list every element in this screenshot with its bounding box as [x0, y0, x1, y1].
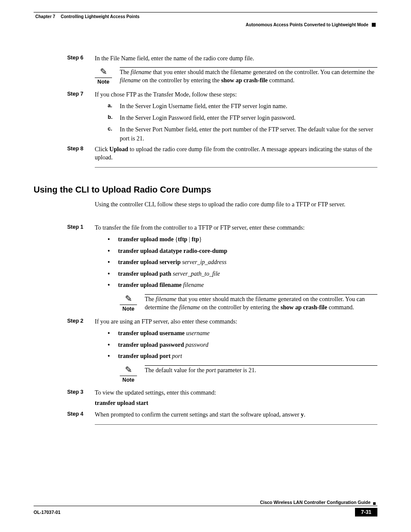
step-text: If you chose FTP as the Transfer Mode, f… [95, 91, 377, 99]
list-item: •transfer upload datatype radio-core-dum… [108, 246, 377, 256]
list-item: •transfer upload mode {tftp | ftp} [108, 235, 377, 244]
step-label: Step 1 [34, 224, 95, 230]
substep-b: b.In the Server Login Password field, en… [108, 113, 377, 122]
step-label: Step 8 [34, 146, 95, 152]
note-step2: ✎ Note The default value for the port pa… [120, 365, 377, 383]
step-8: Step 8 Click Upload to upload the radio … [34, 146, 377, 162]
b-step-3: Step 3 To view the updated settings, ent… [34, 389, 377, 397]
chapter-title: Controlling Lightweight Access Points [61, 14, 140, 19]
note-text: The filename that you enter should match… [120, 67, 377, 85]
step-label: Step 7 [34, 91, 95, 97]
list-item: •transfer upload password password [108, 340, 377, 350]
step-6: Step 6 In the File Name field, enter the… [34, 55, 377, 63]
substep-c: c.In the Server Port Number field, enter… [108, 125, 377, 143]
b-step-4: Step 4 When prompted to confirm the curr… [34, 411, 377, 419]
footer-guide-title: Cisco Wireless LAN Controller Configurat… [260, 500, 371, 505]
footer-doc-id: OL-17037-01 [34, 510, 60, 515]
note-step6: ✎ Note The filename that you enter shoul… [95, 67, 377, 85]
step-label: Step 2 [34, 318, 95, 324]
step-text: To transfer the file from the controller… [95, 224, 377, 232]
list-item: •transfer upload filename filename [108, 280, 377, 290]
page: Chapter 7 Controlling Lightweight Access… [0, 0, 411, 425]
step-text: To view the updated settings, enter this… [95, 389, 377, 397]
page-footer: Cisco Wireless LAN Controller Configurat… [34, 500, 377, 516]
note-icon: ✎ [125, 365, 132, 374]
breadcrumb: Autonomous Access Points Converted to Li… [246, 22, 368, 27]
note-label: Note [122, 376, 134, 383]
step-label: Step 4 [34, 411, 95, 417]
page-number: 7-31 [355, 508, 377, 516]
step-label: Step 6 [34, 55, 95, 61]
step-text: If you are using an FTP server, also ent… [95, 318, 377, 326]
list-item: •transfer upload serverip server_ip_addr… [108, 258, 377, 267]
step-text: In the File Name field, enter the name o… [95, 55, 377, 63]
note-label: Note [122, 305, 134, 312]
note-text: The filename that you enter should match… [145, 294, 377, 312]
note-icon: ✎ [100, 67, 107, 76]
step-7: Step 7 If you chose FTP as the Transfer … [34, 91, 377, 99]
header-square-icon [372, 23, 376, 27]
note-step1: ✎ Note The filename that you enter shoul… [120, 294, 377, 312]
page-header: Chapter 7 Controlling Lightweight Access… [34, 12, 377, 29]
list-item: •transfer upload path server_path_to_fil… [108, 269, 377, 279]
b-step-1: Step 1 To transfer the file from the con… [34, 224, 377, 232]
content-body: Step 6 In the File Name field, enter the… [34, 29, 377, 425]
section-divider [95, 167, 377, 168]
step-text: Click Upload to upload the radio core du… [95, 146, 377, 162]
section-divider [95, 424, 377, 425]
section-title: Using the CLI to Upload Radio Core Dumps [34, 185, 377, 195]
chapter-label: Chapter 7 [35, 14, 55, 19]
list-item: •transfer upload username username [108, 329, 377, 338]
list-item: •transfer upload port port [108, 352, 377, 361]
substep-a: a.In the Server Login Username field, en… [108, 102, 377, 111]
step-label: Step 3 [34, 389, 95, 395]
note-text: The default value for the port parameter… [145, 365, 377, 375]
section-intro: Using the controller CLI, follow these s… [95, 201, 377, 209]
chapter-header: Chapter 7 Controlling Lightweight Access… [34, 14, 377, 20]
step-text: When prompted to confirm the current set… [95, 411, 377, 419]
step-7-substeps: a.In the Server Login Username field, en… [108, 102, 377, 143]
b-step-2: Step 2 If you are using an FTP server, a… [34, 318, 377, 326]
footer-square-icon [373, 502, 376, 505]
note-icon: ✎ [125, 294, 132, 303]
step2-commands: •transfer upload username username •tran… [108, 329, 377, 361]
step3-command: transfer upload start [95, 400, 377, 407]
step1-commands: •transfer upload mode {tftp | ftp} •tran… [108, 235, 377, 290]
note-label: Note [97, 78, 109, 85]
